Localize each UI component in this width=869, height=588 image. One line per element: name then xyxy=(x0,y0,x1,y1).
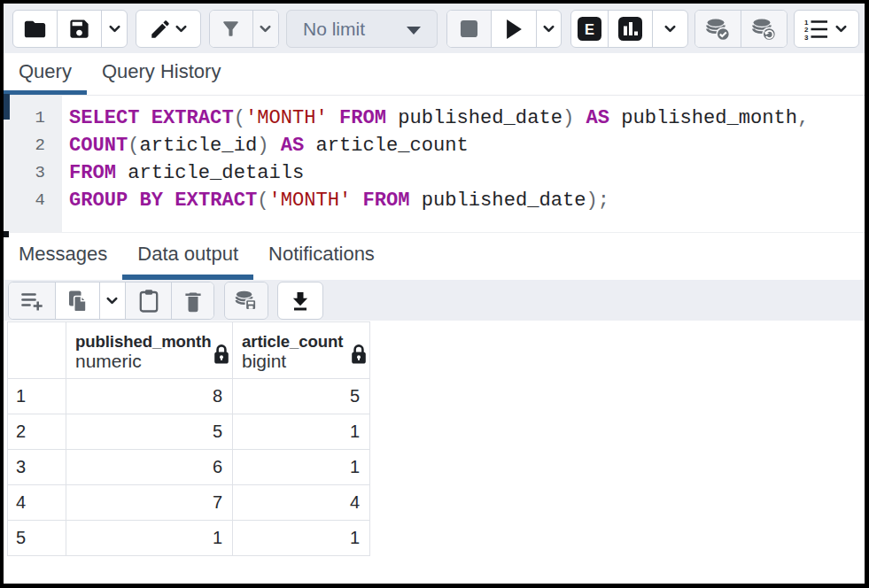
svg-text:3: 3 xyxy=(804,33,809,41)
svg-text:E: E xyxy=(585,21,594,37)
